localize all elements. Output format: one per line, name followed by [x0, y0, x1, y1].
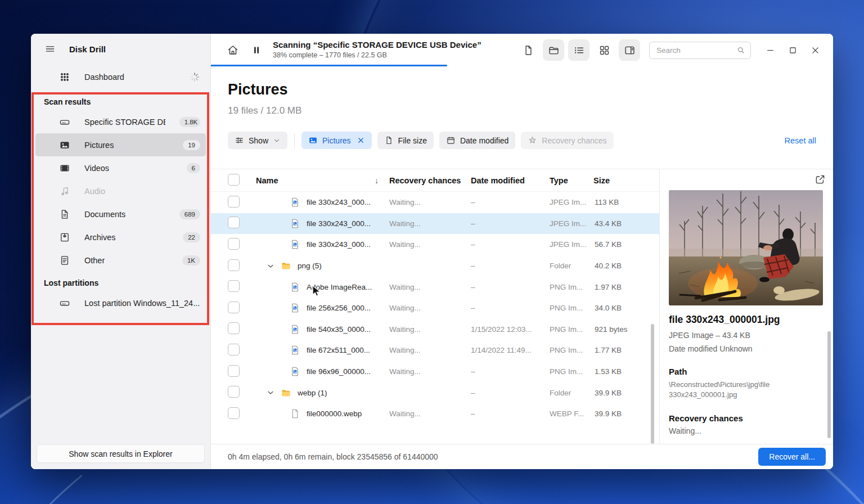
folder-fill-icon	[281, 388, 291, 398]
chevron-down-icon[interactable]	[266, 388, 275, 397]
recovery-chances-cell: Waiting...	[386, 410, 468, 418]
row-checkbox[interactable]	[228, 238, 240, 250]
row-checkbox[interactable]	[228, 407, 240, 419]
file-row[interactable]: file 330x243_000...Waiting...–JPEG Im...…	[211, 213, 659, 235]
search-box[interactable]	[649, 42, 751, 59]
type-cell: Folder	[547, 389, 591, 397]
list-view-button[interactable]	[568, 39, 590, 61]
sidebar-item-dashboard[interactable]: Dashboard	[35, 65, 206, 88]
file-row[interactable]: file 96x96_00000...Waiting...–PNG Im...1…	[211, 361, 659, 382]
row-checkbox[interactable]	[228, 322, 240, 334]
reset-all-link[interactable]: Reset all	[785, 136, 816, 145]
row-checkbox[interactable]	[228, 344, 240, 356]
sidebar-item-videos[interactable]: Videos6	[35, 156, 206, 179]
type-cell: JPEG Im...	[547, 198, 591, 206]
close-icon	[811, 46, 820, 55]
minimize-button[interactable]	[759, 39, 781, 61]
folder-row[interactable]: webp (1)–Folder39.9 KB	[211, 382, 659, 403]
sidebar-item-audio[interactable]: Audio	[35, 179, 206, 202]
file-view-button[interactable]	[518, 39, 539, 61]
file-name: Adobe ImageRea...	[307, 283, 372, 291]
file-row[interactable]: Adobe ImageRea...Waiting...–PNG Im...1.9…	[211, 276, 659, 298]
count-badge: 689	[179, 209, 200, 219]
chevron-down-icon[interactable]	[266, 262, 275, 271]
maximize-button[interactable]	[781, 39, 804, 61]
filter-chip-recovery-chances[interactable]: Recovery chances	[521, 132, 613, 149]
show-scan-results-in-explorer-button[interactable]: Show scan results in Explorer	[37, 444, 205, 463]
grid-view-icon	[598, 44, 610, 56]
preview-filename: file 330x243_000001.jpg	[669, 314, 824, 326]
column-header-date-modified[interactable]: Date modified	[468, 176, 547, 185]
window-controls	[759, 39, 826, 61]
name-cell: file 540x35_0000...	[246, 324, 386, 335]
row-checkbox[interactable]	[228, 217, 240, 228]
home-icon	[227, 44, 239, 56]
sidebar-item-label: Audio	[84, 187, 105, 196]
file-row[interactable]: file000000.webpWaiting...–WEBP F...39.9 …	[211, 403, 659, 425]
sidebar-item-pictures[interactable]: Pictures19	[35, 133, 206, 156]
open-preview-button[interactable]	[814, 174, 826, 185]
image-file-icon	[290, 345, 300, 356]
folder-row[interactable]: png (5)–Folder40.2 KB	[211, 255, 659, 277]
sidebar-header: Disk Drill	[31, 34, 210, 64]
hamburger-menu-button[interactable]	[44, 43, 56, 55]
sidebar-item-other[interactable]: Other1K	[35, 249, 206, 272]
filter-chip-pictures[interactable]: Pictures	[302, 132, 372, 149]
close-button[interactable]	[804, 39, 826, 61]
sidebar-item-documents[interactable]: Documents689	[35, 202, 206, 226]
name-cell: file 330x243_000...	[246, 239, 386, 250]
file-row[interactable]: file 256x256_000...Waiting...–PNG Im...3…	[211, 298, 659, 319]
folder-view-button[interactable]	[543, 39, 564, 61]
sidebar-item-label: Videos	[84, 164, 109, 173]
count-badge: 1.8K	[179, 117, 200, 127]
date-modified-cell: –	[468, 283, 547, 291]
drive-icon	[59, 298, 70, 309]
select-all-checkbox[interactable]	[228, 174, 240, 186]
size-cell: 39.9 KB	[591, 410, 654, 418]
type-cell: JPEG Im...	[547, 240, 591, 249]
maximize-icon	[788, 46, 798, 55]
sidebar-item-label: Archives	[84, 233, 116, 242]
column-header-recovery-chances[interactable]: Recovery chances	[386, 176, 468, 185]
row-checkbox[interactable]	[228, 196, 240, 208]
row-checkbox[interactable]	[228, 386, 240, 398]
status-bar: 0h 4m elapsed, 0h 6m remain, block 23545…	[211, 444, 833, 469]
show-filter-button[interactable]: Show	[228, 132, 287, 149]
home-button[interactable]	[227, 44, 239, 56]
size-cell: 921 bytes	[591, 325, 654, 334]
row-checkbox[interactable]	[228, 302, 240, 313]
filter-chip-date-modified[interactable]: Date modified	[439, 132, 515, 149]
date-modified-cell: –	[468, 410, 547, 418]
row-checkbox[interactable]	[228, 259, 240, 271]
sidebar-item-archives[interactable]: Archives22	[35, 226, 206, 249]
remove-filter-icon[interactable]	[357, 136, 365, 145]
file-row[interactable]: file 330x243_000...Waiting...–JPEG Im...…	[211, 192, 659, 213]
filter-chip-file-size[interactable]: File size	[377, 132, 434, 149]
recover-all-button[interactable]: Recover all...	[758, 448, 826, 466]
column-header-size[interactable]: Size	[591, 176, 654, 185]
sidebar-item-lost-partition[interactable]: Lost partition Windows_11_24...	[35, 291, 206, 314]
preview-pane-scrollbar[interactable]	[827, 331, 831, 438]
preview-recovery-label: Recovery chances	[669, 413, 824, 423]
column-header-name[interactable]: Name↓	[246, 176, 386, 185]
recovery-chances-cell: Waiting...	[386, 367, 468, 376]
row-checkbox[interactable]	[228, 280, 240, 292]
search-input[interactable]	[656, 46, 736, 55]
pause-scan-button[interactable]	[251, 45, 262, 55]
panel-view-icon	[624, 44, 636, 56]
column-header-type[interactable]: Type	[547, 176, 591, 185]
file-list-pane: Name↓Recovery chancesDate modifiedTypeSi…	[211, 169, 659, 444]
file-list-scrollbar[interactable]	[651, 324, 654, 444]
file-row[interactable]: file 330x243_000...Waiting...–JPEG Im...…	[211, 234, 659, 255]
row-checkbox[interactable]	[228, 365, 240, 377]
list-view-icon	[573, 44, 585, 56]
file-row[interactable]: file 672x511_000...Waiting...1/14/2022 1…	[211, 340, 659, 361]
name-cell: file000000.webp	[246, 408, 386, 419]
date-modified-cell: –	[468, 262, 547, 270]
file-row[interactable]: file 540x35_0000...Waiting...1/15/2022 1…	[211, 319, 659, 340]
sidebar-item-specific-storage-devi[interactable]: Specific STORAGE DEVI...1.8K	[35, 110, 206, 133]
filter-chip-label: Date modified	[460, 136, 508, 145]
preview-panel-button[interactable]	[619, 39, 640, 61]
other-icon	[59, 255, 70, 266]
grid-view-button[interactable]	[593, 39, 615, 61]
